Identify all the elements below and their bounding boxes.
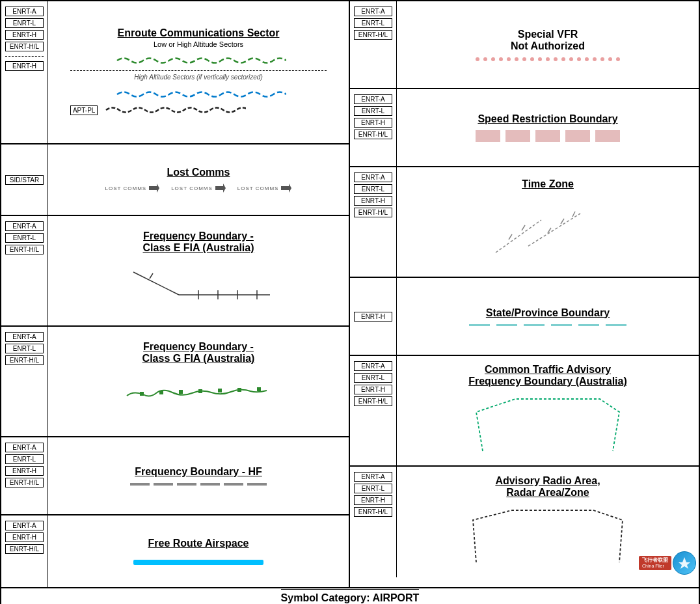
bottom-bar: Symbol Category: AIRPORT <box>0 588 700 604</box>
label-enrt-h-r5: ENRT-H <box>354 385 392 394</box>
logo-text-line1: 飞行者联盟 <box>642 557 668 564</box>
label-enrt-h-r4: ENRT-H <box>354 312 392 322</box>
freq-class-e-cell: ENRT-A ENRT-L ENRT-H/L Frequency Boundar… <box>1 216 349 327</box>
svg-rect-16 <box>257 387 261 391</box>
special-vfr-content: Special VFR Not Authorized <box>397 1 699 88</box>
lc-text-3: LOST COMMS <box>237 185 279 191</box>
pd-8 <box>530 57 534 61</box>
special-vfr-labels: ENRT-A ENRT-L ENRT-H/L <box>350 1 397 88</box>
freq-class-e-svg <box>114 259 283 311</box>
svg-line-23 <box>572 212 575 217</box>
state-boundary-title: State/Province Boundary <box>486 307 610 319</box>
label-enrt-l-3: ENRT-L <box>5 344 44 353</box>
svg-marker-2 <box>281 184 291 193</box>
time-zone-labels: ENRT-A ENRT-L ENRT-H ENRT-H/L <box>350 167 397 277</box>
lc-text-1: LOST COMMS <box>105 185 147 191</box>
free-route-title: Free Route Airspace <box>148 538 249 549</box>
lost-comms-title: Lost Comms <box>167 167 230 178</box>
label-enrt-h: ENRT-H <box>5 30 44 40</box>
freq-class-e-title: Frequency Boundary - <box>143 230 254 242</box>
freq-class-g-svg <box>114 370 283 422</box>
pd-15 <box>585 57 589 61</box>
pd-13 <box>569 57 573 61</box>
enroute-comms-content: Enroute Communications Sector Low or Hig… <box>48 1 349 143</box>
ctaf-content: Common Traffic Advisory Frequency Bounda… <box>397 356 699 465</box>
label-enrt-hl-4: ENRT-H/L <box>5 478 44 487</box>
pd-16 <box>593 57 597 61</box>
sd-1 <box>469 324 490 326</box>
logo-red-block: 飞行者联盟 China Flier <box>639 556 671 570</box>
freq-hf-line <box>56 483 341 486</box>
svg-marker-0 <box>149 184 159 193</box>
pd-14 <box>577 57 581 61</box>
lc-item-1: LOST COMMS <box>105 184 160 193</box>
pd-2 <box>483 57 487 61</box>
label-enrt-h-r2: ENRT-H <box>354 118 392 128</box>
ctaf-subtitle: Frequency Boundary (Australia) <box>468 376 627 387</box>
svg-line-21 <box>548 228 551 233</box>
sd-5 <box>578 324 599 326</box>
label-enrt-l-r6: ENRT-L <box>354 484 392 493</box>
freq-class-g-title: Frequency Boundary - <box>143 341 254 353</box>
apt-pl-row: APT-PL <box>70 103 327 117</box>
enroute-comms-title: Enroute Communications Sector <box>118 27 280 39</box>
label-enrt-a-5: ENRT-A <box>5 521 44 530</box>
gray-dashes <box>130 483 267 486</box>
lc-arrow-3 <box>281 184 291 193</box>
ctaf-cell: ENRT-A ENRT-L ENRT-H ENRT-H/L Common Tra… <box>350 356 699 467</box>
advisory-radio-title: Advisory Radio Area, <box>495 475 600 487</box>
left-column: ENRT-A ENRT-L ENRT-H ENRT-H/L ENRT-H Enr… <box>1 1 350 587</box>
freq-class-g-content: Frequency Boundary - Class G FIA (Austra… <box>48 327 349 436</box>
freq-class-e-line <box>56 259 341 311</box>
label-enrt-a: ENRT-A <box>5 7 44 16</box>
label-enrt-hl-r3: ENRT-H/L <box>354 208 392 217</box>
logo-plane-icon <box>677 556 692 570</box>
label-enrt-hl-r2: ENRT-H/L <box>354 130 392 139</box>
lost-comms-lines: LOST COMMS LOST COMMS LOST COMMS <box>105 184 292 193</box>
bottom-title: Symbol Category: AIRPORT <box>281 589 420 603</box>
lc-arrow-2 <box>215 184 226 193</box>
label-enrt-a-r2: ENRT-A <box>354 94 392 104</box>
right-column: ENRT-A ENRT-L ENRT-H/L Special VFR Not A… <box>350 1 699 587</box>
pd-5 <box>507 57 511 61</box>
time-zone-title: Time Zone <box>522 178 574 190</box>
pd-17 <box>600 57 604 61</box>
lc-text-2: LOST COMMS <box>171 185 213 191</box>
label-enrt-l-2: ENRT-L <box>5 233 44 243</box>
svg-line-22 <box>561 219 564 224</box>
sd-6 <box>606 324 626 326</box>
special-vfr-subtitle: Not Authorized <box>511 40 585 52</box>
pb-5 <box>595 130 620 142</box>
svg-line-3 <box>133 272 179 295</box>
gray-dash-4 <box>200 483 220 486</box>
speed-restriction-labels: ENRT-A ENRT-L ENRT-H ENRT-H/L <box>350 89 397 166</box>
label-enrt-h2: ENRT-H <box>5 61 44 71</box>
freq-class-e-labels: ENRT-A ENRT-L ENRT-H/L <box>1 216 48 325</box>
advisory-radio-subtitle: Radar Area/Zone <box>506 487 589 499</box>
high-alt-label: High Altitude Sectors (if vertically sec… <box>134 74 262 81</box>
svg-rect-15 <box>237 388 241 392</box>
pink-dotted-container <box>405 57 691 61</box>
svg-marker-1 <box>215 184 226 193</box>
blue-wave-svg <box>111 87 286 102</box>
pd-18 <box>608 57 612 61</box>
advisory-radio-labels: ENRT-A ENRT-L ENRT-H ENRT-H/L <box>350 467 397 577</box>
label-enrt-l-r1: ENRT-L <box>354 18 392 28</box>
svg-rect-14 <box>218 389 222 392</box>
green-wave-svg <box>111 53 286 68</box>
special-vfr-cell: ENRT-A ENRT-L ENRT-H/L Special VFR Not A… <box>350 1 699 89</box>
time-zone-content: Time Zone <box>397 167 699 277</box>
ctaf-labels: ENRT-A ENRT-L ENRT-H ENRT-H/L <box>350 356 397 465</box>
label-enrt-h-r6: ENRT-H <box>354 495 392 505</box>
label-enrt-a-r3: ENRT-A <box>354 172 392 182</box>
state-boundary-cell: ENRT-H State/Province Boundary <box>350 278 699 356</box>
enroute-comms-subtitle: Low or High Altitude Sectors <box>154 40 243 48</box>
pd-4 <box>499 57 503 61</box>
gray-dash-3 <box>177 483 196 486</box>
special-vfr-title: Special VFR <box>518 29 578 40</box>
freq-hf-title: Frequency Boundary - HF <box>135 466 262 478</box>
pd-1 <box>476 57 479 61</box>
sd-2 <box>496 324 517 326</box>
freq-class-g-labels: ENRT-A ENRT-L ENRT-H/L <box>1 327 48 436</box>
label-enrt-hl: ENRT-H/L <box>5 42 44 51</box>
